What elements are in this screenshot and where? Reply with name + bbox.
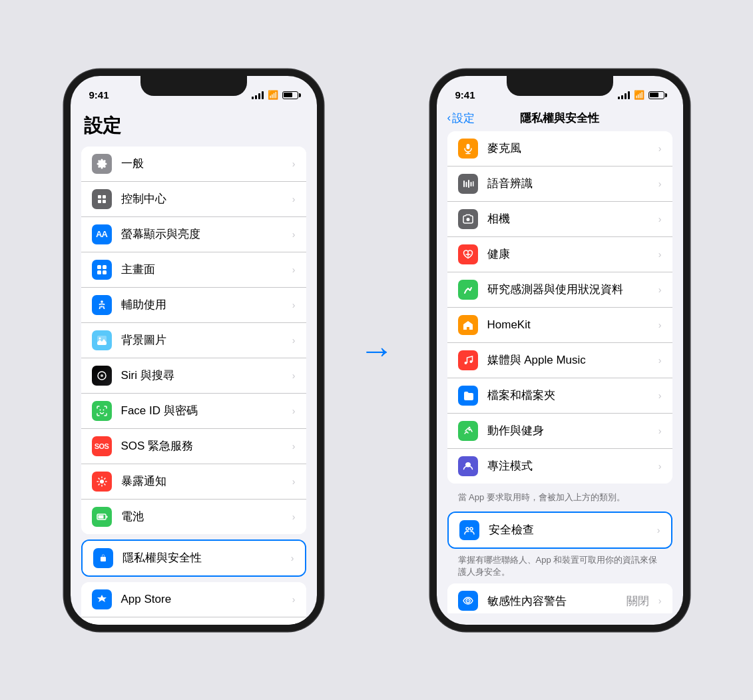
svg-point-10 [99,337,101,339]
chevron-icon: › [658,178,662,189]
chevron-icon: › [292,194,296,204]
item-label-privacy: 隱私權與安全性 [123,550,286,565]
safety-check-icon [459,520,479,540]
page-title-1: 設定 [71,108,317,147]
chevron-icon: › [658,461,662,472]
privacy-items-group: 麥克風 › 語音辨識 › [447,131,672,484]
chevron-icon: › [658,214,662,224]
chevron-icon: › [658,426,662,436]
general-icon [92,154,112,174]
notch-1 [140,76,247,96]
sensitive-item[interactable]: 敏感性內容警告 關閉 › [447,583,672,613]
chevron-icon: › [292,594,296,605]
svg-rect-36 [470,182,471,186]
list-item[interactable]: AA 螢幕顯示與亮度 › [81,217,306,252]
safety-check-item[interactable]: 安全檢查 › [449,513,671,547]
fitness-icon [458,421,478,441]
chevron-icon: › [292,406,296,416]
svg-line-22 [104,478,105,479]
list-item[interactable]: 專注模式 › [447,449,672,484]
list-item[interactable]: 語音辨識 › [447,167,672,202]
signal-icon-2 [618,91,630,99]
list-item[interactable]: 電池 › [81,500,306,534]
privacy-highlighted[interactable]: 隱私權與安全性 › [81,539,306,577]
chevron-icon: › [658,355,662,366]
list-item[interactable]: 暴露通知 › [81,464,306,500]
list-item[interactable]: SOS SOS 緊急服務 › [81,429,306,464]
item-label-camera: 相機 [487,211,653,226]
safety-check-highlighted[interactable]: 安全檢查 › [447,512,672,549]
svg-rect-2 [103,195,106,198]
svg-rect-4 [103,200,106,203]
camera-icon [458,209,478,229]
list-item[interactable]: 動作與健身 › [447,414,672,449]
health-icon [458,244,478,264]
privacy-item[interactable]: 隱私權與安全性 › [83,541,305,575]
svg-rect-37 [473,181,474,186]
item-label-speech: 語音辨識 [487,176,653,191]
files-icon [458,386,478,406]
list-item[interactable]: 相機 › [447,202,672,237]
list-item[interactable]: 輔助使用 › [81,288,306,323]
privacy-scroll[interactable]: 麥克風 › 語音辨識 › [437,131,683,613]
back-button[interactable]: ‹ 設定 [447,111,475,126]
chevron-icon: › [658,143,662,154]
accessibility-icon [92,295,112,315]
list-item[interactable]: 研究感測器與使用狀況資料 › [447,272,672,308]
svg-point-14 [103,409,104,410]
svg-point-45 [467,600,469,601]
svg-point-43 [470,527,473,530]
homescreen-icon [92,260,112,280]
chevron-icon: › [292,441,296,452]
svg-rect-35 [468,180,469,188]
list-item[interactable]: 媒體與 Apple Music › [447,343,672,378]
list-item[interactable]: 健康 › [447,237,672,272]
chevron-back-icon: ‹ [447,111,451,125]
svg-point-42 [466,527,469,530]
list-item[interactable]: HomeKit › [447,308,672,343]
chevron-icon: › [658,595,662,606]
svg-rect-8 [103,270,107,274]
page-title-2: 隱私權與安全性 [520,111,599,126]
time-2: 9:41 [455,89,475,101]
list-item[interactable]: 一般 › [81,147,306,182]
nav-bar-2: ‹ 設定 隱私權與安全性 [437,108,683,131]
list-item[interactable]: App Store › [81,582,306,617]
list-item[interactable]: 麥克風 › [447,131,672,167]
item-label-files: 檔案和檔案夾 [487,388,653,403]
list-item[interactable]: 控制中心 › [81,182,306,217]
list-item[interactable]: 檔案和檔案夾 › [447,378,672,414]
list-item[interactable]: 背景圖片 › [81,323,306,358]
svg-point-38 [466,218,469,221]
list-item[interactable]: 錢包與 Apple Pay › [81,617,306,625]
item-label-focus: 專注模式 [487,458,653,474]
list-item[interactable]: Siri 與搜尋 › [81,358,306,394]
display-icon: AA [92,224,112,244]
time-1: 9:41 [89,89,109,101]
list-item[interactable]: Face ID 與密碼 › [81,394,306,429]
settings-scroll-1[interactable]: 一般 › 控制中心 › AA 螢幕顯示與亮度 [71,147,317,625]
item-label-safety-check: 安全檢查 [489,522,652,537]
exposure-icon [92,472,112,492]
svg-line-21 [104,484,105,484]
svg-rect-26 [98,515,103,518]
item-label-fitness: 動作與健身 [487,423,653,438]
research-icon [458,280,478,300]
notch-2 [507,76,613,96]
svg-rect-34 [465,182,467,187]
chevron-icon: › [657,525,660,535]
siri-icon [92,366,112,386]
chevron-icon: › [292,370,296,381]
settings-group-2: App Store › 錢包與 Apple Pay › [81,582,306,625]
section-note: 當 App 要求取用時，會被加入上方的類別。 [437,489,683,512]
list-item[interactable]: 主畫面 › [81,252,306,288]
item-label-sensitive: 敏感性內容警告 [487,593,627,609]
svg-point-41 [468,426,470,428]
item-label-exposure: 暴露通知 [121,474,287,489]
wifi-icon-2: 📶 [634,90,644,100]
svg-point-9 [101,300,103,303]
chevron-icon: › [292,264,296,275]
battery-icon-2 [648,91,664,99]
status-icons-1: 📶 [252,90,298,100]
navigation-arrow: → [350,333,403,368]
